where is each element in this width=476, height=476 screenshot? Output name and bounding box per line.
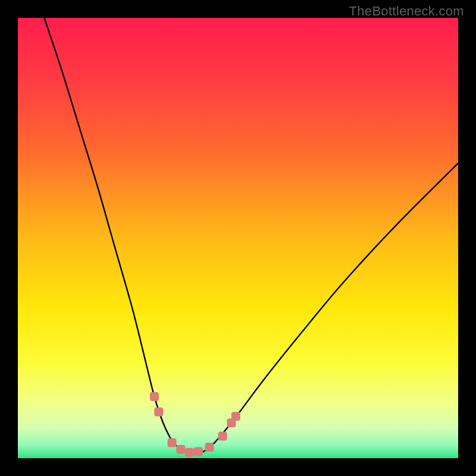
valley-marker	[194, 447, 203, 456]
watermark-text: TheBottleneck.com	[349, 4, 464, 19]
valley-marker	[218, 432, 227, 441]
valley-marker	[231, 412, 240, 421]
valley-marker	[150, 392, 159, 401]
bottleneck-chart	[0, 0, 476, 476]
valley-marker	[154, 408, 163, 416]
plot-background	[18, 18, 458, 458]
valley-marker	[205, 443, 214, 452]
chart-frame: TheBottleneck.com	[0, 0, 476, 476]
valley-marker	[185, 448, 194, 457]
valley-marker	[168, 439, 177, 447]
valley-marker	[176, 445, 185, 454]
